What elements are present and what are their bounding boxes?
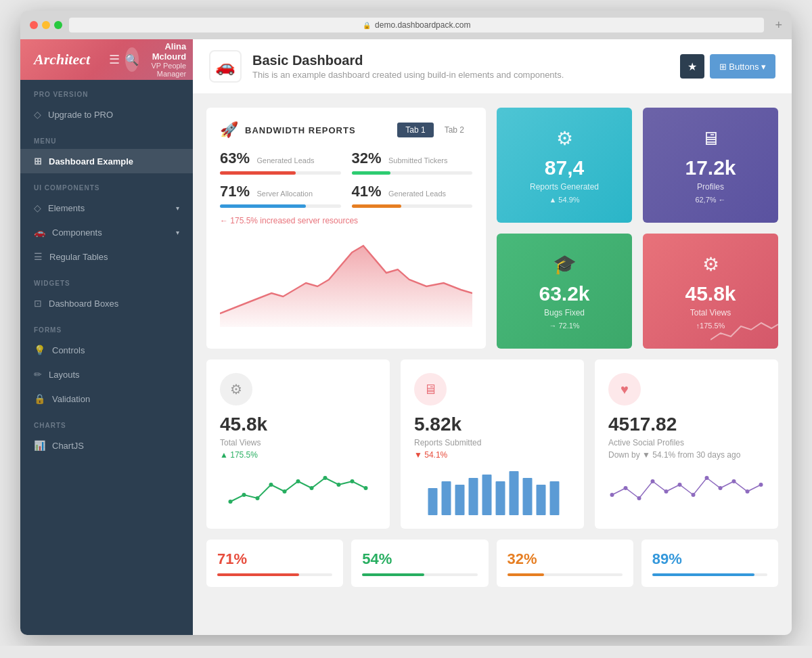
dot-maximize[interactable]	[54, 21, 62, 29]
tab-1-button[interactable]: Tab 1	[397, 123, 433, 137]
svg-point-8	[337, 483, 341, 487]
svg-point-24	[651, 479, 655, 483]
wave-chart-svg	[608, 468, 765, 515]
bandwidth-tabs: Tab 1 Tab 2	[397, 123, 472, 137]
sidebar-item-components[interactable]: 🚗 Components ▾	[20, 220, 193, 244]
forms-section-label: FORMS	[20, 315, 193, 338]
sidebar-item-chartjs[interactable]: 📊 ChartJS	[20, 433, 193, 458]
svg-point-23	[637, 496, 641, 500]
widget-chart-2	[414, 468, 570, 515]
svg-rect-15	[482, 475, 492, 515]
widget-chart-1	[220, 468, 376, 515]
stat1-bar	[220, 171, 296, 175]
page-title: Basic Dashboard	[252, 53, 564, 68]
sidebar-item-dashboard-boxes[interactable]: ⊡ Dashboard Boxes	[20, 291, 193, 315]
main-content: 🚗 Basic Dashboard This is an example das…	[193, 39, 792, 635]
reports-number: 87,4	[545, 156, 584, 179]
buttons-dropdown[interactable]: ⊞ Buttons ▾	[710, 54, 775, 79]
boxes-icon: ⊡	[34, 298, 42, 309]
svg-point-7	[323, 476, 328, 480]
widget-trend-2: ▼ 54.1%	[414, 450, 570, 460]
widget-icon-2: 🖥	[414, 373, 447, 405]
widget-label-2: Reports Submitted	[414, 438, 570, 447]
new-tab-button[interactable]: +	[775, 18, 782, 32]
svg-point-4	[283, 489, 287, 494]
svg-point-6	[310, 486, 314, 490]
svg-rect-17	[510, 471, 519, 515]
widget-icon-3: ♥	[608, 373, 641, 405]
browser-toolbar: 🔒 demo.dashboardpack.com +	[20, 11, 792, 39]
graduation-icon: 🎓	[553, 253, 577, 276]
svg-rect-13	[455, 485, 465, 515]
dashboard-icon: ⊞	[34, 156, 42, 167]
bar-container-2	[362, 573, 477, 576]
charts-section-label: CHARTS	[20, 411, 193, 433]
sidebar-item-elements[interactable]: ◇ Elements ▾	[20, 196, 193, 220]
svg-point-32	[759, 483, 763, 487]
sidebar-item-dashboard[interactable]: ⊞ Dashboard Example	[20, 149, 193, 173]
stat3-label: Server Allocation	[257, 190, 313, 198]
sidebar-item-controls[interactable]: 💡 Controls	[20, 338, 193, 362]
components-icon: 🚗	[34, 227, 45, 238]
sidebar-item-layouts[interactable]: ✏ Layouts	[20, 362, 193, 387]
components-label: Components	[52, 227, 102, 238]
ui-components-section-label: UI COMPONENTS	[20, 173, 193, 196]
bar-2	[362, 573, 424, 576]
svg-point-5	[296, 479, 300, 483]
pct-4: 89%	[652, 550, 767, 568]
reports-label: Reports Generated	[530, 182, 599, 192]
stat2-pct: 32%	[352, 150, 382, 167]
stat2-label: Submitted Tickers	[388, 156, 447, 164]
tab-2-button[interactable]: Tab 2	[436, 123, 472, 137]
menu-toggle-button[interactable]: ☰	[104, 47, 125, 72]
bar-1	[217, 573, 299, 576]
diamond-icon: ◇	[34, 109, 41, 120]
browser-dots	[30, 21, 62, 29]
svg-rect-20	[550, 481, 560, 515]
svg-point-9	[351, 479, 355, 483]
pct-1: 71%	[217, 550, 332, 568]
svg-point-25	[664, 489, 669, 494]
dashboard-label: Dashboard Example	[49, 156, 133, 167]
views-number: 45.8k	[685, 282, 736, 305]
widget-icon-1: ⚙	[220, 373, 252, 405]
bandwidth-header: 🚀 BANDWIDTH REPORTS Tab 1 Tab 2	[220, 121, 472, 139]
lock-icon: 🔒	[363, 22, 371, 29]
svg-rect-14	[469, 478, 478, 515]
svg-rect-11	[428, 488, 438, 515]
search-button[interactable]: 🔍	[125, 47, 139, 72]
svg-point-30	[732, 479, 736, 483]
search-icon: 🔍	[125, 53, 139, 66]
star-button[interactable]: ★	[680, 54, 704, 79]
stat-generated-leads-2: 41% Generated Leads	[352, 183, 473, 208]
bugs-label: Bugs Fixed	[544, 308, 585, 317]
dashboard-boxes-label: Dashboard Boxes	[49, 299, 118, 309]
dot-close[interactable]	[30, 21, 38, 29]
sidebar-item-upgrade[interactable]: ◇ Upgrade to PRO	[20, 102, 193, 127]
app-container: Architect ☰ 🔍 Alina Mclourd VP People Ma…	[20, 39, 792, 635]
gear-icon-red: ⚙	[702, 253, 719, 276]
svg-point-10	[364, 486, 368, 490]
url-bar[interactable]: 🔒 demo.dashboardpack.com	[69, 18, 764, 32]
stats-row-2: 71% Server Allocation 41% Generated Lead…	[220, 183, 472, 208]
stat3-bar	[220, 204, 306, 208]
progress-item-4: 89%	[641, 540, 778, 587]
sidebar: Architect ☰ 🔍 Alina Mclourd VP People Ma…	[20, 39, 193, 635]
area-chart-svg	[220, 232, 472, 327]
sidebar-item-tables[interactable]: ☰ Regular Tables	[20, 244, 193, 269]
stat3-progress	[220, 204, 341, 208]
url-text: demo.dashboardpack.com	[375, 20, 470, 30]
dot-minimize[interactable]	[42, 21, 50, 29]
sparkline-svg	[710, 316, 778, 343]
widget-number-3: 4517.82	[608, 414, 765, 435]
stat2-progress	[352, 171, 473, 175]
browser-window: 🔒 demo.dashboardpack.com + Architect ☰ 🔍…	[20, 11, 792, 635]
upgrade-label: Upgrade to PRO	[48, 110, 113, 120]
widget-reports-submitted: 🖥 5.82k Reports Submitted ▼ 54.1%	[401, 359, 584, 529]
svg-rect-12	[442, 481, 451, 515]
progress-item-1: 71%	[206, 540, 343, 587]
sidebar-item-validation[interactable]: 🔒 Validation	[20, 387, 193, 411]
chevron-down-icon: ▾	[176, 204, 179, 212]
bugs-number: 63.2k	[539, 282, 589, 305]
menu-section-label: MENU	[20, 127, 193, 149]
